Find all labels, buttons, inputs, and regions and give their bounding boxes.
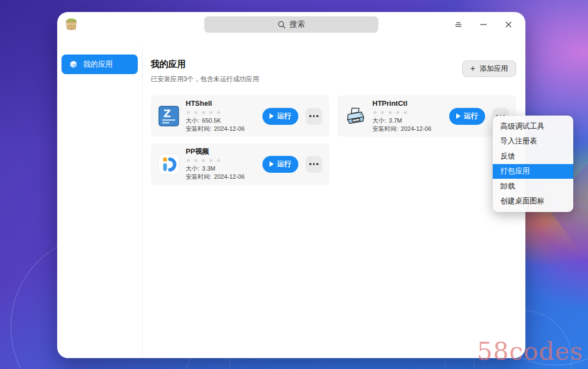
- rating-stars: ★★★★★: [372, 110, 431, 116]
- main-header: 我的应用 已安装应用3个，包含未运行成功应用 + 添加应用: [151, 59, 516, 84]
- app-size-row: 大小: 3.7M: [372, 118, 431, 124]
- app-basket-icon: [64, 16, 79, 32]
- add-app-button-label: 添加应用: [480, 64, 508, 74]
- rating-stars: ★★★★★: [186, 158, 244, 164]
- size-label: 大小:: [186, 118, 199, 124]
- close-button[interactable]: [499, 16, 518, 33]
- titlebar: 搜索: [57, 12, 525, 47]
- time-label: 安装时间:: [372, 126, 398, 132]
- run-button[interactable]: 运行: [262, 108, 298, 125]
- menu-item-package-app[interactable]: 打包应用: [493, 164, 573, 179]
- time-value: 2024-12-06: [214, 126, 244, 132]
- svg-text:Z: Z: [163, 107, 171, 119]
- app-name: HTShell: [186, 100, 244, 107]
- run-button-label: 运行: [277, 111, 291, 121]
- app-manager-window: 搜索: [57, 12, 525, 358]
- app-card-htshell: Z HTShell ★★★★★ 大小: 650.5K 安装时: [151, 95, 329, 137]
- size-label: 大小:: [372, 118, 386, 124]
- app-install-time-row: 安装时间: 2024-12-06: [372, 126, 431, 132]
- page-subtitle: 已安装应用3个，包含未运行成功应用: [151, 75, 516, 84]
- plus-icon: +: [470, 64, 475, 73]
- context-menu: 高级调试工具 导入注册表 反馈 打包应用 卸载 创建桌面图标: [493, 116, 573, 212]
- run-button[interactable]: 运行: [449, 108, 485, 125]
- size-value: 3.3M: [202, 166, 215, 172]
- run-button-label: 运行: [277, 159, 291, 169]
- time-label: 安装时间:: [186, 126, 211, 132]
- menu-item-uninstall[interactable]: 卸载: [493, 179, 573, 194]
- minimize-icon: [480, 21, 487, 28]
- minimize-button[interactable]: [474, 16, 493, 33]
- more-button[interactable]: [305, 108, 322, 125]
- app-name: HTPrintCtl: [372, 100, 431, 107]
- close-icon: [505, 21, 512, 28]
- app-card-htprintctl: HTPrintCtl ★★★★★ 大小: 3.7M 安装时间: 2024-12-…: [338, 95, 516, 137]
- app-size-row: 大小: 650.5K: [186, 118, 244, 124]
- hamburger-menu-icon: [454, 20, 463, 29]
- app-card-ppvideo: PP视频 ★★★★★ 大小: 3.3M 安装时间: 2024-12-06: [151, 143, 329, 185]
- app-name: PP视频: [186, 148, 244, 155]
- time-value: 2024-12-06: [401, 126, 431, 132]
- ellipsis-icon: [309, 163, 318, 165]
- run-button[interactable]: 运行: [262, 156, 298, 173]
- time-value: 2024-12-06: [214, 174, 244, 180]
- card-actions: 运行: [262, 108, 322, 125]
- sidebar: 我的应用: [57, 47, 143, 358]
- sidebar-item-my-apps[interactable]: 我的应用: [62, 55, 138, 74]
- rating-stars: ★★★★★: [186, 110, 244, 116]
- page-title: 我的应用: [151, 59, 516, 70]
- window-body: 我的应用 我的应用 已安装应用3个，包含未运行成功应用 + 添加应用: [57, 47, 525, 358]
- more-button[interactable]: [305, 156, 322, 173]
- play-icon: [456, 113, 461, 119]
- size-value: 650.5K: [202, 118, 221, 124]
- search-placeholder: 搜索: [290, 20, 305, 29]
- app-install-time-row: 安装时间: 2024-12-06: [186, 174, 244, 180]
- add-app-button[interactable]: + 添加应用: [462, 61, 516, 77]
- app-info: PP视频 ★★★★★ 大小: 3.3M 安装时间: 2024-12-06: [186, 149, 244, 180]
- size-value: 3.7M: [389, 118, 402, 124]
- play-icon: [270, 113, 274, 119]
- time-label: 安装时间:: [186, 174, 211, 180]
- window-menu-button[interactable]: [449, 16, 468, 33]
- htshell-app-icon: Z: [158, 105, 180, 127]
- cube-icon: [69, 60, 78, 69]
- run-button-label: 运行: [464, 111, 478, 121]
- ppvideo-app-icon: [158, 153, 180, 175]
- app-info: HTPrintCtl ★★★★★ 大小: 3.7M 安装时间: 2024-12-…: [372, 101, 431, 132]
- ellipsis-icon: [309, 115, 318, 117]
- search-icon: [278, 21, 286, 29]
- app-size-row: 大小: 3.3M: [186, 166, 244, 172]
- menu-item-import-registry[interactable]: 导入注册表: [493, 134, 573, 149]
- search-input[interactable]: 搜索: [204, 16, 378, 33]
- menu-item-create-desktop-icon[interactable]: 创建桌面图标: [493, 194, 573, 209]
- menu-item-advanced-debug-tools[interactable]: 高级调试工具: [493, 119, 573, 134]
- app-install-time-row: 安装时间: 2024-12-06: [186, 126, 244, 132]
- printer-app-icon: [345, 105, 366, 127]
- size-label: 大小:: [186, 166, 199, 172]
- window-controls: [449, 16, 518, 33]
- card-actions: 运行: [262, 156, 322, 173]
- sidebar-item-label: 我的应用: [83, 59, 113, 69]
- play-icon: [270, 161, 274, 167]
- menu-item-feedback[interactable]: 反馈: [493, 149, 573, 164]
- main-content: 我的应用 已安装应用3个，包含未运行成功应用 + 添加应用 Z: [143, 47, 525, 358]
- app-info: HTShell ★★★★★ 大小: 650.5K 安装时间: 2024-12-0…: [186, 101, 244, 132]
- app-card-list: Z HTShell ★★★★★ 大小: 650.5K 安装时: [151, 95, 516, 185]
